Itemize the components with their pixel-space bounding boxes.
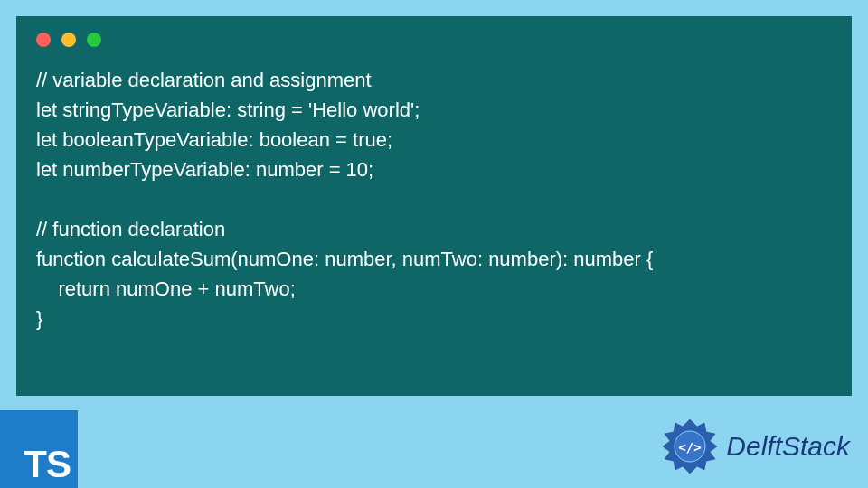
code-block: // variable declaration and assignment l…	[36, 65, 832, 333]
maximize-icon	[87, 33, 101, 47]
code-line: // function declaration	[36, 218, 225, 240]
brand-name: DelftStack	[726, 431, 850, 462]
code-line: function calculateSum(numOne: number, nu…	[36, 248, 653, 270]
code-line: // variable declaration and assignment	[36, 69, 372, 91]
code-line: }	[36, 307, 42, 330]
brand: </> DelftStack	[661, 418, 850, 475]
window-traffic-lights	[36, 33, 832, 47]
code-window: // variable declaration and assignment l…	[16, 16, 852, 396]
brand-logo-icon: </>	[661, 418, 719, 475]
code-line: return numOne + numTwo;	[36, 277, 296, 300]
close-icon	[36, 33, 51, 47]
code-line: let stringTypeVariable: string = 'Hello …	[36, 99, 420, 121]
code-line: let booleanTypeVariable: boolean = true;	[36, 128, 392, 151]
svg-text:</>: </>	[679, 440, 702, 455]
code-line: let numberTypeVariable: number = 10;	[36, 158, 373, 181]
typescript-badge-label: TS	[24, 443, 71, 486]
minimize-icon	[61, 33, 76, 47]
typescript-badge: TS	[0, 410, 78, 488]
